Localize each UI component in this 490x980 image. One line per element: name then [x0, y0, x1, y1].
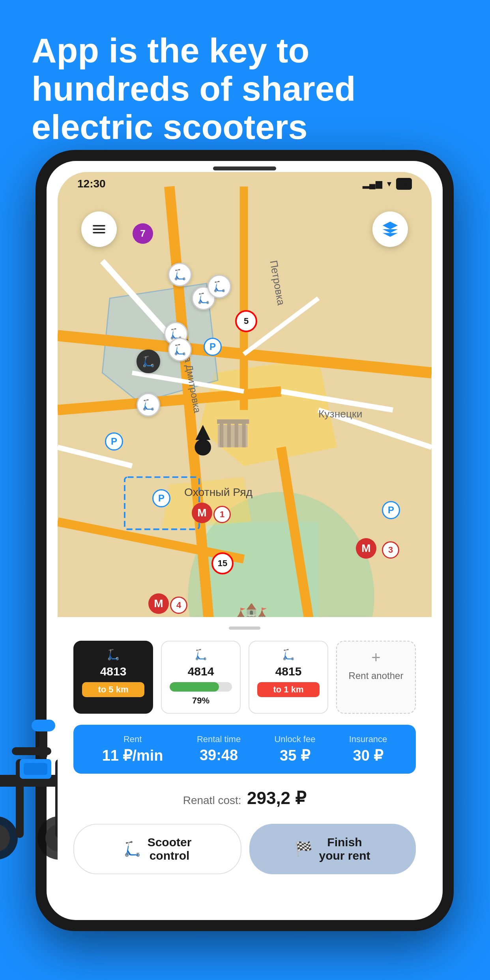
time-label: Rental time: [197, 734, 241, 744]
rent-another-label: Rent another: [349, 670, 404, 681]
cost-row: Renatl cost: 293,2 ₽: [73, 782, 416, 814]
scooter-pin-7[interactable]: 🛴: [208, 275, 231, 298]
parking-sign-2: P: [152, 489, 170, 507]
scooter-icon-1: 🛴: [107, 649, 120, 661]
plus-icon: +: [371, 649, 380, 666]
svg-rect-37: [242, 421, 245, 447]
rent-another-card[interactable]: + Rent another: [336, 641, 416, 714]
menu-button[interactable]: [81, 211, 117, 247]
scooter-id-3: 4815: [275, 665, 302, 678]
time-value: 39:48: [197, 747, 241, 764]
speed-sign-5: 5: [235, 310, 257, 332]
scooter-card-4814[interactable]: 🛴 4814 79%: [161, 641, 241, 714]
phone-frame: 12:30 ▂▄▆ ▾ 72: [36, 150, 454, 931]
svg-rect-8: [39, 728, 47, 759]
parking-sign-1: P: [105, 432, 123, 451]
insurance-info: Insurance 30 ₽: [349, 734, 387, 764]
rent-label: Rent: [102, 734, 163, 744]
insurance-value: 30 ₽: [349, 747, 387, 764]
speaker: [213, 166, 276, 170]
finish-rent-label: Finishyour rent: [319, 836, 370, 862]
status-icons: ▂▄▆ ▾ 72: [363, 178, 412, 190]
scooter-control-icon: 🛴: [123, 841, 141, 857]
insurance-label: Insurance: [349, 734, 387, 744]
rental-info-row: Rent 11 ₽/min Rental time 39:48 Unlock f…: [73, 725, 416, 774]
svg-rect-9: [32, 720, 55, 731]
unlock-label: Unlock fee: [274, 734, 315, 744]
scooter-cards-row: 🛴 4813 to 5 km 🛴 4814 79% 🛴 4815: [73, 641, 416, 714]
svg-rect-47: [93, 232, 105, 234]
notification-badge: 7: [133, 223, 153, 244]
scooter-card-4815[interactable]: 🛴 4815 to 1 km: [249, 641, 328, 714]
scooter-icon-3: 🛴: [282, 649, 295, 661]
drag-handle: [229, 627, 260, 630]
svg-rect-46: [93, 228, 105, 230]
rent-info: Rent 11 ₽/min: [102, 734, 163, 764]
finish-rent-icon: 🏁: [295, 841, 312, 857]
header-title: App is the key to hundreds of shared ele…: [32, 32, 458, 146]
action-buttons: 🛴 Scootercontrol 🏁 Finishyour rent: [73, 824, 416, 874]
scooter-card-4813[interactable]: 🛴 4813 to 5 km: [73, 641, 153, 714]
status-bar: 12:30 ▂▄▆ ▾ 72: [58, 172, 432, 196]
svg-rect-38: [217, 419, 249, 424]
parking-sign-3: P: [204, 338, 222, 356]
time-info: Rental time 39:48: [197, 734, 241, 764]
svg-rect-35: [227, 421, 231, 447]
wifi-icon: ▾: [387, 179, 391, 189]
scooter-id-1: 4813: [100, 665, 127, 678]
battery-fill-4814: [170, 682, 219, 692]
finish-rent-button[interactable]: 🏁 Finishyour rent: [249, 824, 416, 874]
battery-icon: 72: [396, 178, 412, 190]
battery-bar-4814: [170, 682, 232, 692]
speed-sign-15: 15: [211, 552, 234, 574]
scooter-badge-3: to 1 km: [257, 682, 320, 697]
phone-screen: 12:30 ▂▄▆ ▾ 72: [47, 161, 443, 920]
scooter-pin-5[interactable]: 🛴: [168, 338, 192, 361]
scooter-icon-2: 🛴: [195, 649, 207, 661]
cost-label: Renatl cost:: [183, 794, 241, 806]
unlock-info: Unlock fee 35 ₽: [274, 734, 315, 764]
metro-sign-3: М: [356, 538, 376, 559]
scooter-pin-1[interactable]: 🛴: [168, 263, 192, 286]
layer-button[interactable]: [372, 211, 408, 247]
svg-text:Охотный Ряд: Охотный Ряд: [184, 486, 253, 498]
metro-number-1: 1: [213, 506, 231, 523]
svg-rect-11: [24, 763, 47, 775]
metro-sign-1: М: [192, 503, 212, 523]
parking-sign-4: P: [382, 501, 400, 519]
scooter-badge-1: to 5 km: [82, 682, 144, 697]
metro-number-4: 4: [170, 597, 187, 614]
cost-value: 293,2 ₽: [247, 788, 306, 808]
metro-number-3: 3: [382, 541, 399, 559]
metro-sign-4: М: [148, 593, 169, 614]
scooter-id-2: 4814: [188, 665, 214, 678]
svg-rect-45: [93, 225, 105, 227]
svg-rect-34: [220, 421, 223, 447]
svg-text:Кузнецки: Кузнецки: [318, 408, 362, 420]
signal-icon: ▂▄▆: [363, 179, 382, 189]
map-area[interactable]: 🏰 Кремль Петровка Улица Дмитровка Кузнец…: [58, 172, 432, 693]
scooter-control-button[interactable]: 🛴 Scootercontrol: [73, 824, 241, 874]
bottom-panel: 🛴 4813 to 5 km 🛴 4814 79% 🛴 4815: [58, 617, 432, 909]
scooter-control-label: Scootercontrol: [148, 836, 192, 862]
scooter-pin-4[interactable]: 🛴: [137, 350, 160, 373]
scooter-pin-6[interactable]: 🛴: [137, 393, 160, 417]
battery-text-4814: 79%: [192, 696, 209, 706]
status-time: 12:30: [77, 178, 106, 190]
unlock-value: 35 ₽: [274, 747, 315, 764]
svg-rect-36: [235, 421, 238, 447]
rent-value: 11 ₽/min: [102, 747, 163, 764]
svg-point-43: [195, 439, 211, 456]
